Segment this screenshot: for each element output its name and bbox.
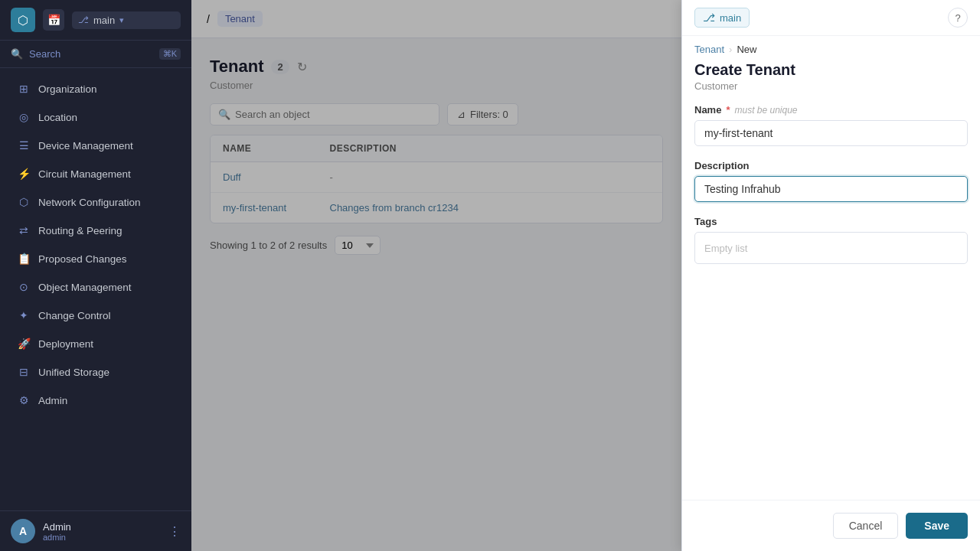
sidebar-item-admin[interactable]: ⚙ Admin <box>5 386 187 414</box>
network-config-icon: ⬡ <box>17 195 31 209</box>
avatar: A <box>11 519 35 543</box>
save-button[interactable]: Save <box>906 513 968 539</box>
branch-selector[interactable]: ⎇ main ▾ <box>72 11 181 29</box>
user-info: Admin admin <box>43 521 161 542</box>
sidebar: ⬡ 📅 ⎇ main ▾ 🔍 Search ⌘K ⊞ Organization … <box>0 0 191 551</box>
calendar-icon[interactable]: 📅 <box>43 9 64 31</box>
help-icon: ? <box>955 12 960 24</box>
change-control-icon: ✦ <box>17 308 31 322</box>
admin-icon: ⚙ <box>17 393 31 407</box>
breadcrumb-current: New <box>737 44 756 55</box>
form-group-name: Name * must be unique <box>694 104 968 146</box>
sidebar-item-label: Deployment <box>38 338 93 350</box>
panel-branch-tag[interactable]: ⎇ main <box>694 8 750 28</box>
help-button[interactable]: ? <box>948 8 968 28</box>
panel-top-bar: ⎇ main ? <box>682 0 980 36</box>
sidebar-item-label: Organization <box>38 83 97 95</box>
form-group-tags: Tags Empty list <box>694 216 968 264</box>
main-content: / Tenant Tenant 2 ↻ Customer 🔍 ⊿ Filters… <box>191 0 681 551</box>
device-management-icon: ☰ <box>17 139 31 152</box>
panel-branch-label: main <box>720 12 741 24</box>
breadcrumb-parent-link[interactable]: Tenant <box>694 44 724 55</box>
panel-body: Name * must be unique Description Tags E… <box>682 104 980 500</box>
sidebar-nav: ⊞ Organization ◎ Location ☰ Device Manag… <box>0 68 191 510</box>
sidebar-item-label: Network Configuration <box>38 197 141 208</box>
sidebar-item-proposed-changes[interactable]: 📋 Proposed Changes <box>5 245 187 272</box>
sidebar-item-organization[interactable]: ⊞ Organization <box>5 75 187 103</box>
more-options-icon[interactable]: ⋮ <box>168 524 181 539</box>
search-shortcut: ⌘K <box>159 48 181 60</box>
panel-subtitle: Customer <box>682 80 980 104</box>
sidebar-header: ⬡ 📅 ⎇ main ▾ <box>0 0 191 41</box>
circuit-management-icon: ⚡ <box>17 167 31 181</box>
user-name: Admin <box>43 521 161 533</box>
branch-name: main <box>93 15 115 26</box>
description-label: Description <box>694 160 968 171</box>
logo-icon: ⬡ <box>11 8 35 32</box>
search-label: Search <box>29 48 60 60</box>
routing-icon: ⇄ <box>17 223 31 237</box>
branch-icon: ⎇ <box>78 15 89 25</box>
sidebar-item-object-management[interactable]: ⊙ Object Management <box>5 273 187 301</box>
tags-label: Tags <box>694 216 968 227</box>
tags-input[interactable]: Empty list <box>694 232 968 264</box>
search-bar[interactable]: 🔍 Search ⌘K <box>0 41 191 68</box>
sidebar-item-device-management[interactable]: ☰ Device Management <box>5 132 187 159</box>
proposed-changes-icon: 📋 <box>17 252 31 266</box>
sidebar-item-label: Routing & Peering <box>38 225 122 236</box>
panel-title: Create Tenant <box>682 55 980 80</box>
user-role: admin <box>43 533 161 542</box>
name-hint: must be unique <box>734 105 797 116</box>
name-label: Name * must be unique <box>694 104 968 116</box>
deployment-icon: 🚀 <box>17 337 31 350</box>
sidebar-item-location[interactable]: ◎ Location <box>5 103 187 131</box>
panel-footer: Cancel Save <box>682 500 980 551</box>
sidebar-item-label: Location <box>38 112 77 123</box>
sidebar-item-label: Unified Storage <box>38 367 109 378</box>
sidebar-footer: A Admin admin ⋮ <box>0 510 191 551</box>
sidebar-item-label: Proposed Changes <box>38 253 127 265</box>
sidebar-item-label: Admin <box>38 395 67 406</box>
sidebar-item-change-control[interactable]: ✦ Change Control <box>5 302 187 329</box>
description-input[interactable] <box>694 176 968 202</box>
sidebar-item-circuit-management[interactable]: ⚡ Circuit Management <box>5 160 187 187</box>
object-management-icon: ⊙ <box>17 280 31 294</box>
sidebar-item-deployment[interactable]: 🚀 Deployment <box>5 330 187 357</box>
breadcrumb-separator: › <box>729 44 732 55</box>
sidebar-item-label: Change Control <box>38 310 111 321</box>
sidebar-item-routing-peering[interactable]: ⇄ Routing & Peering <box>5 217 187 244</box>
form-group-description: Description <box>694 160 968 202</box>
cancel-button[interactable]: Cancel <box>833 513 899 539</box>
chevron-down-icon: ▾ <box>119 15 124 25</box>
required-indicator: * <box>726 104 730 116</box>
organization-icon: ⊞ <box>17 82 31 96</box>
sidebar-item-label: Circuit Management <box>38 168 131 180</box>
name-input[interactable] <box>694 120 968 146</box>
search-icon: 🔍 <box>11 48 23 60</box>
sidebar-item-unified-storage[interactable]: ⊟ Unified Storage <box>5 358 187 386</box>
location-icon: ◎ <box>17 110 31 124</box>
panel-breadcrumb: Tenant › New <box>682 36 980 55</box>
panel-branch-icon: ⎇ <box>703 11 715 24</box>
unified-storage-icon: ⊟ <box>17 365 31 379</box>
right-panel: ⎇ main ? Tenant › New Create Tenant Cust… <box>681 0 980 551</box>
sidebar-item-label: Object Management <box>38 282 132 293</box>
sidebar-item-network-configuration[interactable]: ⬡ Network Configuration <box>5 188 187 216</box>
tags-placeholder: Empty list <box>704 243 747 254</box>
sidebar-item-label: Device Management <box>38 140 133 152</box>
overlay <box>191 0 681 551</box>
